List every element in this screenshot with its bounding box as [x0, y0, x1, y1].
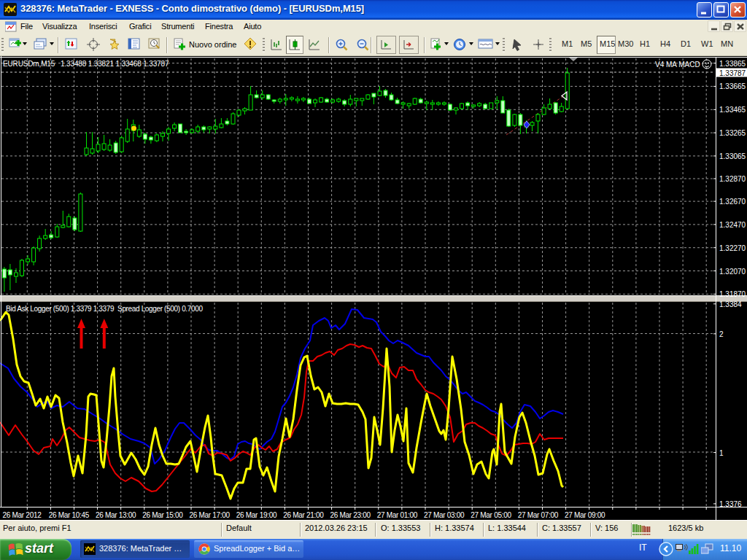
svg-text:1: 1 — [719, 449, 724, 457]
svg-text:26 Mar 17:00: 26 Mar 17:00 — [190, 511, 231, 519]
svg-text:1.33665: 1.33665 — [719, 82, 746, 90]
svg-text:1.3376: 1.3376 — [719, 500, 742, 508]
svg-text:26 Mar 2012: 26 Mar 2012 — [3, 511, 42, 519]
svg-text:1.32470: 1.32470 — [719, 221, 746, 229]
svg-text:2: 2 — [719, 330, 724, 338]
svg-text:26 Mar 10:45: 26 Mar 10:45 — [49, 511, 90, 519]
svg-text:26 Mar 13:00: 26 Mar 13:00 — [96, 511, 136, 519]
svg-text:Bid Ask Logger (500) 1.3379 1.: Bid Ask Logger (500) 1.3379 1.3379 Sprea… — [6, 305, 203, 313]
svg-text:1.33465: 1.33465 — [719, 106, 746, 114]
svg-text:1.32670: 1.32670 — [719, 198, 746, 206]
svg-text:27 Mar 03:00: 27 Mar 03:00 — [424, 511, 465, 519]
svg-text:1.32870: 1.32870 — [719, 175, 746, 183]
svg-text:26 Mar 23:00: 26 Mar 23:00 — [330, 511, 371, 519]
svg-text:27 Mar 01:00: 27 Mar 01:00 — [377, 511, 418, 519]
svg-text:26 Mar 19:00: 26 Mar 19:00 — [236, 511, 277, 519]
svg-text:V4 MA MACD: V4 MA MACD — [655, 61, 700, 69]
svg-text:27 Mar 05:00: 27 Mar 05:00 — [471, 511, 511, 519]
svg-text:EURUSDm,M15 1.33488 1.33821: EURUSDm,M15 1.33488 1.33821 1.33468 1.33… — [3, 60, 169, 68]
svg-text:26 Mar 15:00: 26 Mar 15:00 — [142, 511, 183, 519]
svg-text:1.33065: 1.33065 — [719, 152, 746, 160]
svg-text:27 Mar 09:00: 27 Mar 09:00 — [565, 511, 605, 519]
svg-text:1.3384: 1.3384 — [719, 300, 742, 308]
svg-text:26 Mar 21:00: 26 Mar 21:00 — [283, 511, 324, 519]
svg-text:1.33865: 1.33865 — [719, 60, 746, 68]
svg-text:27 Mar 07:00: 27 Mar 07:00 — [518, 511, 559, 519]
svg-text:1.31870: 1.31870 — [719, 290, 746, 298]
svg-text:1.32270: 1.32270 — [719, 244, 746, 252]
svg-text:1.32070: 1.32070 — [719, 268, 746, 276]
svg-text:1.33265: 1.33265 — [719, 129, 746, 137]
svg-text:1.33787: 1.33787 — [719, 69, 746, 77]
